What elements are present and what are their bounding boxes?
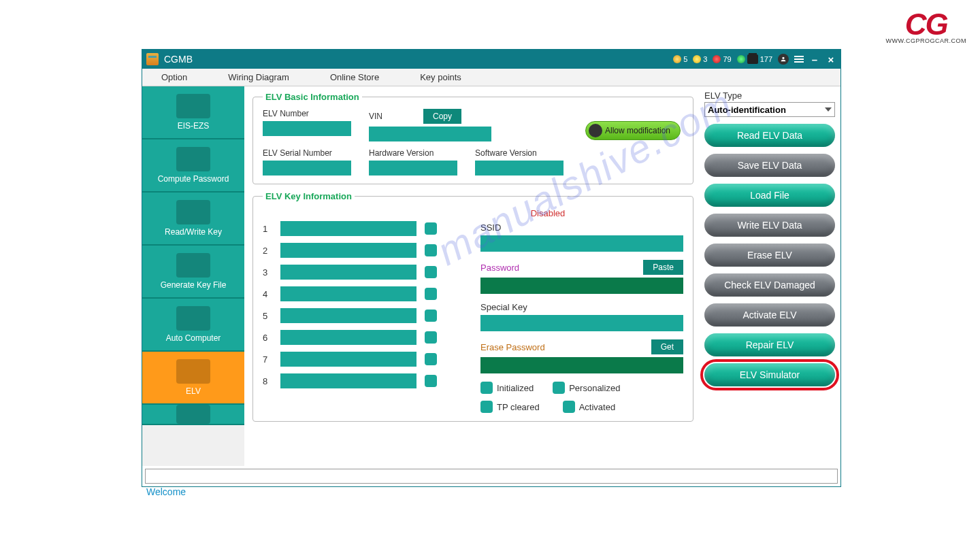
close-button[interactable]: × bbox=[826, 54, 836, 65]
allow-modification-toggle[interactable]: Allow modification bbox=[585, 121, 681, 140]
sidebar-glyph bbox=[176, 147, 210, 171]
key-row: 7 bbox=[263, 352, 453, 367]
brand-logo: CG WWW.CGPROGCAR.COM bbox=[886, 12, 967, 44]
sidebar-glyph bbox=[176, 359, 210, 384]
key-disabled-checkbox[interactable] bbox=[425, 353, 437, 365]
app-window: CGMB 5 3 79 177 – × Option Wiring Diagra… bbox=[142, 49, 841, 487]
key-disabled-checkbox[interactable] bbox=[425, 331, 437, 344]
activate-elv-button[interactable]: Activate ELV bbox=[704, 303, 835, 327]
menu-wiring[interactable]: Wiring Diagram bbox=[228, 72, 289, 82]
menu-icon[interactable] bbox=[794, 56, 804, 63]
elv-number-label: ELV Number bbox=[263, 109, 351, 118]
tp-checkbox[interactable] bbox=[480, 401, 493, 413]
key-row-bar[interactable] bbox=[280, 243, 416, 258]
key-disabled-checkbox[interactable] bbox=[425, 375, 437, 387]
sidebar-item-read-write-key[interactable]: Read/Write Key bbox=[142, 193, 244, 246]
key-row-bar[interactable] bbox=[280, 308, 416, 323]
key-row-bar[interactable] bbox=[280, 221, 416, 236]
initialized-checkbox[interactable] bbox=[480, 382, 493, 394]
key-row-num: 2 bbox=[263, 246, 272, 256]
hw-label: Hardware Version bbox=[369, 148, 457, 158]
erase-pwd-field[interactable] bbox=[480, 357, 683, 373]
key-row-num: 5 bbox=[263, 311, 272, 321]
key-disabled-checkbox[interactable] bbox=[425, 222, 437, 235]
key-row-num: 4 bbox=[263, 289, 272, 299]
serial-field[interactable] bbox=[263, 161, 351, 176]
erase-pwd-label: Erase Password bbox=[480, 342, 545, 352]
write-elv-data-button[interactable]: Write ELV Data bbox=[704, 214, 835, 237]
sidebar-glyph bbox=[176, 94, 210, 118]
vin-field[interactable] bbox=[369, 127, 491, 141]
personalized-checkbox[interactable] bbox=[553, 382, 565, 394]
menu-keypoints[interactable]: Key points bbox=[420, 72, 461, 82]
key-rows: 12345678 bbox=[263, 221, 453, 413]
load-file-button[interactable]: Load File bbox=[704, 184, 835, 207]
sidebar-item-more[interactable] bbox=[142, 405, 244, 425]
key-right: SSID Password Paste Special Key bbox=[480, 221, 683, 413]
sidebar-item-auto-computer[interactable]: Auto Computer bbox=[142, 299, 244, 352]
key-row-bar[interactable] bbox=[280, 373, 416, 388]
elv-simulator-button[interactable]: ELV Simulator bbox=[704, 363, 835, 386]
key-row: 8 bbox=[263, 373, 453, 388]
password-field[interactable] bbox=[480, 278, 683, 294]
key-row-bar[interactable] bbox=[280, 352, 416, 367]
key-row-num: 8 bbox=[263, 376, 272, 386]
sidebar-item-compute-password[interactable]: Compute Password bbox=[142, 139, 244, 193]
status-text: Welcome bbox=[142, 484, 840, 500]
copy-button[interactable]: Copy bbox=[423, 109, 461, 124]
sidebar-item-elv[interactable]: ELV bbox=[142, 352, 244, 405]
activated-checkbox[interactable] bbox=[563, 401, 575, 413]
sw-label: Software Version bbox=[475, 148, 564, 158]
check-elv-damaged-button[interactable]: Check ELV Damaged bbox=[704, 273, 835, 297]
key-disabled-checkbox[interactable] bbox=[425, 266, 437, 278]
key-row: 3 bbox=[263, 265, 453, 280]
basic-fieldset: ELV Basic Information ELV Number VIN Cop… bbox=[252, 92, 693, 184]
hw-field[interactable] bbox=[369, 161, 457, 176]
menu-store[interactable]: Online Store bbox=[330, 72, 379, 82]
key-row: 2 bbox=[263, 243, 453, 258]
sidebar-item-eis-ezs[interactable]: EIS-EZS bbox=[142, 86, 244, 139]
elv-number-field[interactable] bbox=[263, 121, 351, 136]
key-row-num: 1 bbox=[263, 224, 272, 234]
minimize-button[interactable]: – bbox=[809, 54, 820, 65]
get-button[interactable]: Get bbox=[651, 339, 683, 354]
read-elv-data-button[interactable]: Read ELV Data bbox=[704, 124, 835, 147]
main: manualshive.com ELV Basic Information EL… bbox=[244, 86, 699, 466]
sidebar-item-label: ELV bbox=[186, 386, 201, 396]
elv-type-select[interactable]: Auto-identification bbox=[704, 102, 835, 117]
keyinfo-legend: ELV Key Information bbox=[263, 191, 355, 201]
key-row: 1 bbox=[263, 221, 453, 236]
key-row: 4 bbox=[263, 286, 453, 301]
password-label: Password bbox=[480, 263, 519, 273]
disabled-header: Disabled bbox=[412, 208, 683, 218]
counter-gold: 5 bbox=[673, 55, 687, 63]
erase-elv-button[interactable]: Erase ELV bbox=[704, 244, 835, 267]
sidebar-glyph bbox=[176, 200, 210, 224]
user-icon[interactable] bbox=[778, 54, 789, 65]
key-row-bar[interactable] bbox=[280, 286, 416, 301]
paste-button[interactable]: Paste bbox=[643, 260, 683, 275]
special-field[interactable] bbox=[480, 315, 683, 331]
status-row: Initialized Personalized bbox=[480, 382, 683, 394]
menu-option[interactable]: Option bbox=[161, 72, 187, 82]
ssid-field[interactable] bbox=[480, 235, 683, 252]
app-icon bbox=[146, 53, 159, 65]
key-row: 5 bbox=[263, 308, 453, 323]
key-disabled-checkbox[interactable] bbox=[425, 244, 437, 256]
repair-elv-button[interactable]: Repair ELV bbox=[704, 333, 835, 356]
sw-field[interactable] bbox=[475, 161, 564, 176]
titlebar: CGMB 5 3 79 177 – × bbox=[142, 50, 840, 69]
menubar: Option Wiring Diagram Online Store Key p… bbox=[142, 69, 840, 86]
key-disabled-checkbox[interactable] bbox=[425, 310, 437, 322]
content: EIS-EZSCompute PasswordRead/Write KeyGen… bbox=[142, 86, 840, 466]
save-elv-data-button[interactable]: Save ELV Data bbox=[704, 154, 835, 177]
key-disabled-checkbox[interactable] bbox=[425, 288, 437, 300]
key-row-bar[interactable] bbox=[280, 330, 416, 345]
sidebar-glyph bbox=[176, 405, 210, 424]
sidebar-item-label: Read/Write Key bbox=[165, 227, 222, 237]
sidebar-item-generate-key-file[interactable]: Generate Key File bbox=[142, 246, 244, 299]
key-row-bar[interactable] bbox=[280, 265, 416, 280]
key-row-num: 6 bbox=[263, 333, 272, 343]
key-row-num: 3 bbox=[263, 267, 272, 278]
sidebar-glyph bbox=[176, 306, 210, 331]
